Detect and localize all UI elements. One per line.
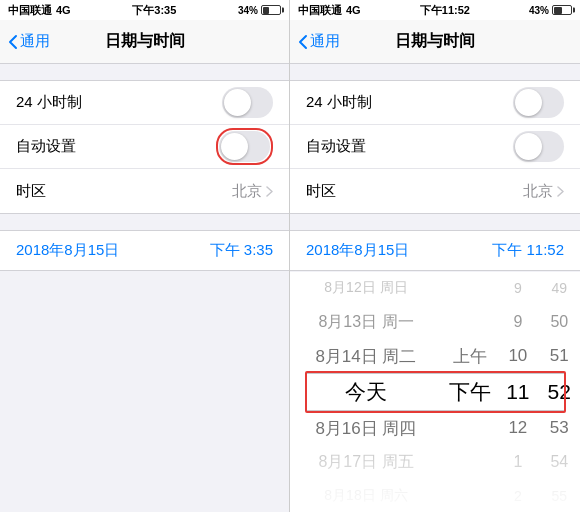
toggle-autoset-left[interactable] xyxy=(219,131,270,162)
back-button-left[interactable]: 通用 xyxy=(8,32,50,51)
row-autoset-left: 自动设置 xyxy=(0,125,289,169)
row-timezone-left[interactable]: 时区 北京 xyxy=(0,169,289,213)
picker-row-0-col1: 8月12日 周日 xyxy=(290,279,442,297)
status-bar-right: 中国联通 4G 下午11:52 43% xyxy=(290,0,580,20)
picker-row-4: 8月16日 周四 12 53 xyxy=(290,411,580,445)
toggle-autoset-highlighted-left xyxy=(216,128,273,165)
status-left-right: 中国联通 4G xyxy=(298,3,361,18)
picker-row-2-col4: 51 xyxy=(539,346,580,366)
row-autoset-right: 自动设置 xyxy=(290,125,580,169)
network-left: 4G xyxy=(56,4,71,16)
row-24h-left: 24 小时制 xyxy=(0,81,289,125)
battery-icon-left xyxy=(261,5,281,15)
battery-icon-right xyxy=(552,5,572,15)
back-button-right[interactable]: 通用 xyxy=(298,32,340,51)
picker-row-4-col1: 8月16日 周四 xyxy=(290,417,442,440)
toggle-knob-24h-right xyxy=(515,89,542,116)
picker-row-5-col3: 1 xyxy=(497,453,538,471)
chevron-left-icon-right xyxy=(298,34,308,50)
settings-section-right: 24 小时制 自动设置 时区 北京 xyxy=(290,80,580,214)
nav-bar-right: 通用 日期与时间 xyxy=(290,20,580,64)
picker-row-4-col3: 12 xyxy=(497,418,538,438)
picker-row-1: 8月13日 周一 9 50 xyxy=(290,305,580,339)
picker-row-1-col1: 8月13日 周一 xyxy=(290,312,442,333)
picker-row-2-col3: 10 xyxy=(497,346,538,366)
settings-section-left: 24 小时制 自动设置 时区 北京 xyxy=(0,80,289,214)
time-display-left: 下午 3:35 xyxy=(210,241,273,260)
label-24h-left: 24 小时制 xyxy=(16,93,82,112)
toggle-24h-left[interactable] xyxy=(222,87,273,118)
panel-right: 中国联通 4G 下午11:52 43% 通用 日期与时间 24 小时制 xyxy=(290,0,580,512)
label-timezone-right: 时区 xyxy=(306,182,336,201)
status-left: 中国联通 4G xyxy=(8,3,71,18)
settings-group-left: 24 小时制 自动设置 时区 北京 xyxy=(0,80,289,214)
label-timezone-left: 时区 xyxy=(16,182,46,201)
picker-row-5-col4: 54 xyxy=(539,453,580,471)
picker-row-0-col3: 9 xyxy=(497,280,538,296)
time-left: 下午3:35 xyxy=(132,3,176,18)
picker-row-2-col2: 上午 xyxy=(442,345,497,368)
toggle-knob-autoset-left xyxy=(221,133,248,160)
time-display-right: 下午 11:52 xyxy=(492,241,564,260)
battery-fill-right xyxy=(554,7,562,14)
battery-fill-left xyxy=(263,7,269,14)
carrier-right: 中国联通 xyxy=(298,3,342,18)
value-timezone-right: 北京 xyxy=(523,182,564,201)
datetime-bar-left: 2018年8月15日 下午 3:35 xyxy=(0,230,289,271)
picker-row-6-col3: 2 xyxy=(497,488,538,504)
battery-percent-left: 34% xyxy=(238,5,258,16)
row-timezone-right[interactable]: 时区 北京 xyxy=(290,169,580,213)
nav-title-left: 日期与时间 xyxy=(105,31,185,52)
nav-bar-left: 通用 日期与时间 xyxy=(0,20,289,64)
status-bar-left: 中国联通 4G 下午3:35 34% xyxy=(0,0,289,20)
label-24h-right: 24 小时制 xyxy=(306,93,372,112)
picker-row-2-col1: 8月14日 周二 xyxy=(290,345,442,368)
row-24h-right: 24 小时制 xyxy=(290,81,580,125)
date-display-left: 2018年8月15日 xyxy=(16,241,119,260)
value-timezone-left: 北京 xyxy=(232,182,273,201)
toggle-knob-24h-left xyxy=(224,89,251,116)
panel-left: 中国联通 4G 下午3:35 34% 通用 日期与时间 24 小时制 xyxy=(0,0,290,512)
picker-highlight-red-box xyxy=(305,371,566,413)
picker-row-1-col4: 50 xyxy=(539,313,580,331)
picker-row-6-col1: 8月18日 周六 xyxy=(290,487,442,505)
picker-row-6-col4: 55 xyxy=(539,488,580,504)
status-right-left: 34% xyxy=(238,5,281,16)
picker-row-5: 8月17日 周五 1 54 xyxy=(290,445,580,479)
toggle-autoset-right[interactable] xyxy=(513,131,564,162)
toggle-knob-autoset-right xyxy=(515,133,542,160)
picker-row-5-col1: 8月17日 周五 xyxy=(290,452,442,473)
chevron-right-icon-timezone-right xyxy=(557,186,564,197)
time-right: 下午11:52 xyxy=(420,3,470,18)
datetime-bar-right: 2018年8月15日 下午 11:52 xyxy=(290,230,580,271)
status-right-right: 43% xyxy=(529,5,572,16)
picker-row-4-col4: 53 xyxy=(539,418,580,438)
date-display-right: 2018年8月15日 xyxy=(306,241,409,260)
picker-row-6: 8月18日 周六 2 55 xyxy=(290,479,580,512)
chevron-left-icon-left xyxy=(8,34,18,50)
toggle-24h-right[interactable] xyxy=(513,87,564,118)
back-label-right: 通用 xyxy=(310,32,340,51)
picker-row-0: 8月12日 周日 9 49 xyxy=(290,272,580,305)
picker-row-2: 8月14日 周二 上午 10 51 xyxy=(290,339,580,373)
settings-group-right: 24 小时制 自动设置 时区 北京 xyxy=(290,80,580,214)
network-right: 4G xyxy=(346,4,361,16)
picker-row-0-col4: 49 xyxy=(539,280,580,296)
battery-percent-right: 43% xyxy=(529,5,549,16)
back-label-left: 通用 xyxy=(20,32,50,51)
carrier-left: 中国联通 xyxy=(8,3,52,18)
picker-area[interactable]: 8月12日 周日 9 49 8月13日 周一 9 50 8月14日 周二 上午 … xyxy=(290,272,580,512)
label-autoset-right: 自动设置 xyxy=(306,137,366,156)
nav-title-right: 日期与时间 xyxy=(395,31,475,52)
label-autoset-left: 自动设置 xyxy=(16,137,76,156)
chevron-right-icon-timezone-left xyxy=(266,186,273,197)
picker-row-1-col3: 9 xyxy=(497,313,538,331)
